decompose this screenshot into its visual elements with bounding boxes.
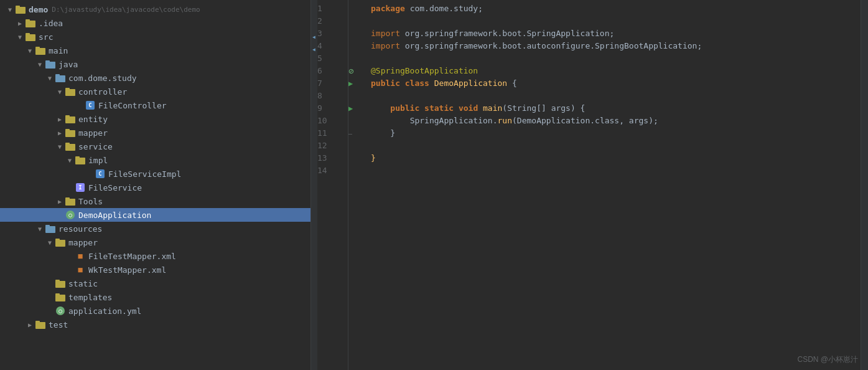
svg-rect-9: [45, 60, 50, 62]
root-folder-icon: [15, 4, 26, 15]
fileserviceimpl-label: FileServiceImpl: [108, 169, 181, 179]
line-9: 9: [317, 102, 340, 115]
svg-rect-20: [75, 158, 85, 164]
filecontroller-label: FileController: [98, 101, 167, 110]
idea-folder-icon: [25, 17, 36, 29]
tools-label: Tools: [78, 197, 103, 206]
sidebar-item-filetestmapper[interactable]: ■ FileTestMapper.xml: [0, 249, 310, 263]
sidebar-item-java[interactable]: ▼ java: [0, 57, 310, 71]
tree-root[interactable]: ▼ demo D:\javastudy\idea\javacode\code\d…: [0, 2, 310, 16]
line-numbers: 1 2 ◀ 3 ◀ 4 5 6 7 8 9 10 11 12 13 14: [317, 0, 348, 370]
code-line-4: import org.springframework.boot.autoconf…: [371, 40, 868, 52]
code-line-11: }: [371, 127, 868, 140]
svg-rect-12: [65, 89, 75, 96]
code-line-10: SpringApplication.run(DemoApplication.cl…: [371, 115, 868, 127]
sidebar-item-static[interactable]: static: [0, 277, 310, 290]
line-13: 13: [317, 152, 340, 164]
sidebar-item-templates[interactable]: templates: [0, 290, 310, 304]
code-line-7: public class DemoApplication {: [371, 77, 868, 90]
sidebar-item-main[interactable]: ▼ main: [0, 44, 310, 57]
root-path: D:\javastudy\idea\javacode\code\demo: [52, 6, 200, 14]
filetestmapper-label: FileTestMapper.xml: [88, 252, 176, 261]
service-folder-icon: [65, 141, 76, 152]
code-line-1: package com.dome.study;: [371, 2, 868, 15]
svg-rect-27: [55, 239, 60, 240]
code-line-2: [371, 15, 868, 27]
gutter-line7[interactable]: ▶: [348, 77, 361, 90]
run-icon-2[interactable]: ▶: [348, 104, 353, 113]
svg-rect-22: [65, 199, 75, 206]
templates-label: templates: [68, 293, 112, 302]
sidebar-item-test[interactable]: ▶ test: [0, 318, 310, 331]
sidebar-item-fileserviceimpl[interactable]: C FileServiceImpl: [0, 167, 310, 181]
svg-rect-0: [16, 7, 26, 14]
sidebar-item-mapper-pkg[interactable]: ▶ mapper: [0, 126, 310, 140]
entity-label: entity: [78, 115, 108, 124]
gutter-line9[interactable]: ▶: [348, 102, 361, 115]
svg-rect-17: [65, 129, 70, 131]
line-3: ◀ 3: [317, 27, 340, 40]
run-icon[interactable]: ▶: [348, 79, 353, 88]
sidebar-item-impl[interactable]: ▼ impl: [0, 153, 310, 167]
code-line-13: }: [371, 152, 868, 164]
sidebar-item-fileservice[interactable]: I FileService: [0, 181, 310, 194]
line-6: 6: [317, 65, 340, 77]
sidebar-item-applicationyml[interactable]: ○ application.yml: [0, 304, 310, 318]
entity-folder-icon: [65, 113, 76, 125]
svg-rect-31: [55, 293, 60, 295]
file-tree[interactable]: ▼ demo D:\javastudy\idea\javacode\code\d…: [0, 0, 311, 370]
sidebar-item-tools[interactable]: ▶ Tools: [0, 194, 310, 208]
svg-rect-30: [55, 295, 65, 301]
svg-rect-21: [75, 156, 80, 158]
sidebar-item-service[interactable]: ▼ service: [0, 140, 310, 153]
annotation-gutter-icon: ⊘: [348, 66, 353, 76]
sidebar-item-wktestmapper[interactable]: ■ WkTestMapper.xml: [0, 263, 310, 277]
src-folder-icon: [25, 31, 36, 42]
package-arrow: ▼: [45, 75, 55, 82]
mapper-res-label: mapper: [68, 238, 98, 247]
svg-rect-4: [26, 34, 35, 41]
java-label: java: [58, 60, 78, 69]
mapper-pkg-label: mapper: [78, 128, 108, 138]
sidebar-item-src[interactable]: ▼ src: [0, 30, 310, 44]
gutter-icons: ⊘ ▶ ▶ —: [348, 0, 361, 370]
root-label: demo: [29, 5, 48, 14]
java-folder-icon: [45, 59, 56, 70]
code-line-8: [371, 90, 868, 102]
sidebar-item-package[interactable]: ▼ com.dome.study: [0, 71, 310, 85]
res-arrow: ▼: [35, 225, 45, 232]
java-arrow: ▼: [35, 61, 45, 68]
line-8: 8: [317, 90, 340, 102]
root-arrow: ▼: [5, 6, 15, 13]
sidebar-item-resources[interactable]: ▼ resources: [0, 222, 310, 235]
applicationyml-icon: ○: [55, 305, 66, 316]
test-label: test: [49, 320, 68, 330]
scrollbar-track[interactable]: [861, 0, 868, 370]
sidebar-item-demoapplication[interactable]: ○ DemoApplication: [0, 208, 310, 222]
mapper-pkg-arrow: ▶: [55, 130, 65, 136]
code-line-5: [371, 52, 868, 65]
mapper-res-folder-icon: [55, 237, 66, 248]
applicationyml-label: application.yml: [68, 306, 141, 316]
sidebar-item-filecontroller[interactable]: C FileController: [0, 98, 310, 112]
wktestmapper-xml-icon: ■: [75, 264, 86, 275]
svg-rect-10: [55, 75, 65, 82]
code-line-14: [371, 164, 868, 177]
line-2: 2: [317, 15, 340, 27]
controller-folder-icon: [65, 86, 76, 97]
sidebar-item-idea[interactable]: ▶ .idea: [0, 16, 310, 30]
static-label: static: [68, 279, 98, 288]
code-content[interactable]: package com.dome.study; import org.sprin…: [361, 0, 868, 370]
idea-label: .idea: [39, 19, 63, 28]
demoapplication-label: DemoApplication: [78, 211, 151, 220]
mapper-pkg-folder-icon: [65, 127, 76, 138]
sidebar-item-entity[interactable]: ▶ entity: [0, 112, 310, 126]
svg-rect-32: [35, 322, 45, 329]
sidebar-item-controller[interactable]: ▼ controller: [0, 85, 310, 98]
line-4: ◀ 4: [317, 40, 340, 52]
impl-folder-icon: [75, 154, 86, 166]
fileservice-label: FileService: [88, 183, 142, 192]
entity-arrow: ▶: [55, 116, 65, 123]
sidebar-item-mapper-res[interactable]: ▼ mapper: [0, 235, 310, 249]
tools-arrow: ▶: [55, 198, 65, 205]
